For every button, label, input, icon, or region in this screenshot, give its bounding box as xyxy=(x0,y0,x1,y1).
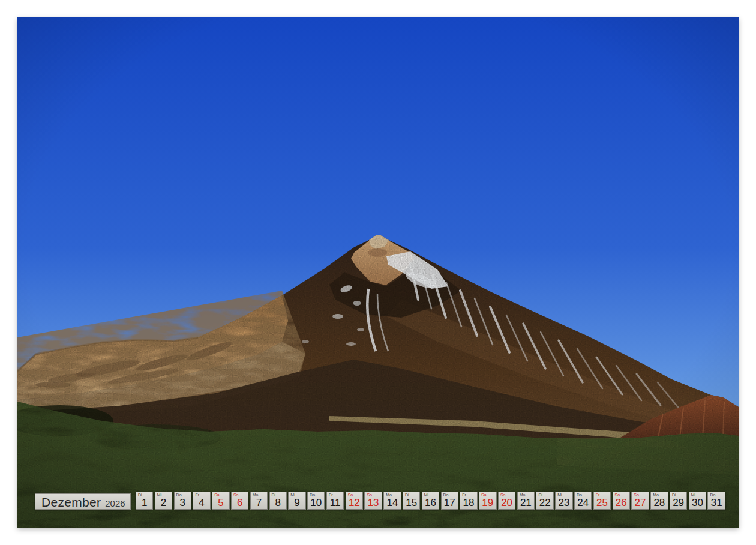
day-cell: So 13 xyxy=(364,492,382,510)
day-number: 13 xyxy=(365,497,381,508)
day-cell: Sa 26 xyxy=(613,492,630,510)
day-number: 4 xyxy=(193,497,209,508)
calendar-strip: Dezember 2026 Di 1 Mi 2 Do 3 Fr 4 Sa 5 S… xyxy=(35,492,725,510)
teide-photo: Dezember 2026 Di 1 Mi 2 Do 3 Fr 4 Sa 5 S… xyxy=(17,17,739,528)
day-cell: Di 8 xyxy=(269,492,287,510)
day-cell: Fr 25 xyxy=(593,492,611,510)
day-number: 15 xyxy=(403,497,419,508)
day-number: 22 xyxy=(536,497,553,508)
day-number: 23 xyxy=(556,497,572,508)
day-cell: Do 10 xyxy=(307,492,325,510)
day-cell: Sa 12 xyxy=(346,492,363,510)
day-number: 25 xyxy=(594,497,610,508)
day-number: 20 xyxy=(499,497,515,508)
day-number: 31 xyxy=(708,497,724,508)
day-number: 26 xyxy=(613,497,629,508)
day-number: 28 xyxy=(651,497,667,508)
day-cell: Mo 28 xyxy=(650,492,668,510)
day-cell: Mo 21 xyxy=(517,492,535,510)
day-cell: Mo 14 xyxy=(383,492,401,510)
day-number: 10 xyxy=(308,497,324,508)
day-cell: Sa 5 xyxy=(212,492,229,510)
day-cell: Do 3 xyxy=(174,492,191,510)
day-cell: Mi 23 xyxy=(555,492,572,510)
day-cell: Di 1 xyxy=(136,492,153,510)
day-cell: Fr 4 xyxy=(193,492,210,510)
day-number: 8 xyxy=(270,497,286,508)
day-cell: Do 24 xyxy=(574,492,592,510)
calendar-page: Dezember 2026 Di 1 Mi 2 Do 3 Fr 4 Sa 5 S… xyxy=(0,0,756,545)
day-number: 14 xyxy=(384,497,400,508)
day-cell: Di 22 xyxy=(536,492,553,510)
day-cell: Do 31 xyxy=(707,492,725,510)
day-number: 6 xyxy=(232,497,248,508)
day-number: 19 xyxy=(479,497,496,508)
day-number: 29 xyxy=(670,497,686,508)
day-number: 21 xyxy=(518,497,534,508)
month-label-box: Dezember 2026 xyxy=(35,493,131,510)
day-cell: Sa 19 xyxy=(479,492,496,510)
day-number: 1 xyxy=(136,497,152,508)
day-number: 7 xyxy=(251,497,267,508)
day-cell: Mi 16 xyxy=(422,492,439,510)
year-label: 2026 xyxy=(105,499,125,508)
mountain-scene-illustration xyxy=(17,17,739,528)
day-cell: Do 17 xyxy=(441,492,458,510)
day-cell: Mo 7 xyxy=(250,492,268,510)
day-cell: So 27 xyxy=(631,492,649,510)
day-cell: Mi 9 xyxy=(288,492,305,510)
day-cell: Di 15 xyxy=(403,492,420,510)
day-number: 24 xyxy=(575,497,591,508)
day-number: 12 xyxy=(346,497,362,508)
day-cells-row: Di 1 Mi 2 Do 3 Fr 4 Sa 5 So 6 Mo 7 Di 8 … xyxy=(136,492,725,510)
day-cell: Di 29 xyxy=(670,492,687,510)
day-number: 9 xyxy=(289,497,305,508)
day-number: 2 xyxy=(155,497,172,508)
day-cell: Mi 30 xyxy=(689,492,706,510)
day-cell: So 20 xyxy=(498,492,515,510)
day-cell: So 6 xyxy=(231,492,248,510)
day-number: 16 xyxy=(422,497,439,508)
day-number: 17 xyxy=(442,497,458,508)
day-number: 18 xyxy=(460,497,476,508)
day-number: 30 xyxy=(689,497,706,508)
day-cell: Fr 18 xyxy=(460,492,477,510)
day-number: 11 xyxy=(327,497,343,508)
month-name: Dezember xyxy=(41,496,101,508)
day-number: 3 xyxy=(175,497,191,508)
day-cell: Fr 11 xyxy=(326,492,344,510)
day-number: 27 xyxy=(632,497,648,508)
day-cell: Mi 2 xyxy=(155,492,172,510)
day-number: 5 xyxy=(212,497,229,508)
